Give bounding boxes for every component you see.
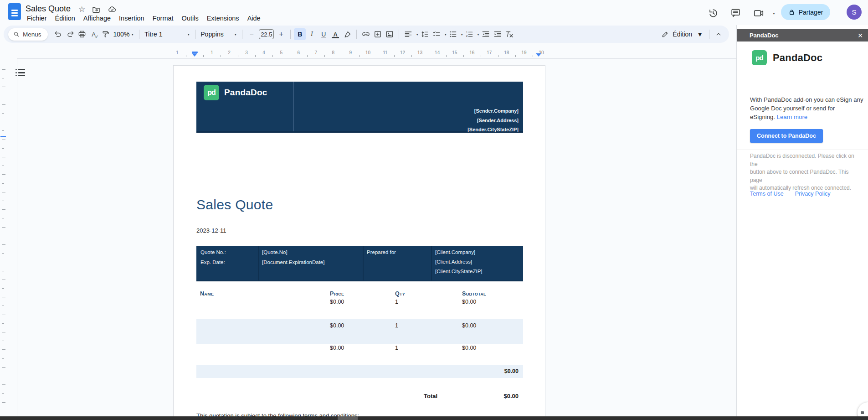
bulleted-list-button[interactable] <box>447 28 459 40</box>
ruler-tick <box>429 55 429 57</box>
horizontal-scrollbar[interactable] <box>0 416 868 420</box>
show-document-outline-button[interactable] <box>15 67 27 78</box>
highlight-color-button[interactable] <box>341 28 353 40</box>
bold-button[interactable]: B <box>294 28 306 40</box>
canvas-top-border <box>17 58 736 59</box>
ruler-tick <box>2 306 4 306</box>
editing-mode-select[interactable]: Édition ▼ <box>658 30 706 38</box>
meet-caret-icon[interactable]: ▼ <box>772 12 776 15</box>
collapse-toolbar-button[interactable] <box>713 28 724 40</box>
comments-icon[interactable] <box>730 7 742 19</box>
account-avatar[interactable]: S <box>847 5 862 20</box>
ruler-tick <box>2 113 4 114</box>
align-button[interactable] <box>402 28 414 40</box>
menu-edition[interactable]: Édition <box>51 14 79 23</box>
add-comment-button[interactable] <box>372 28 384 40</box>
ruler-tick <box>324 55 325 57</box>
ruler-tick <box>255 55 256 57</box>
font-size-input[interactable]: 22.5 <box>259 29 274 39</box>
zoom-select[interactable]: 100% ▼ <box>112 28 136 40</box>
row3-price: $0.00 <box>330 345 344 351</box>
scrollbar-thumb[interactable] <box>338 416 358 420</box>
undo-button[interactable] <box>52 28 64 40</box>
ruler-tick <box>2 69 5 70</box>
move-to-folder-icon[interactable] <box>92 5 101 14</box>
horizontal-ruler[interactable]: 11234567891011121314151617181920 <box>0 49 736 58</box>
menu-outils[interactable]: Outils <box>178 14 203 23</box>
cloud-saved-icon[interactable] <box>107 5 117 14</box>
close-sidebar-icon[interactable]: ✕ <box>858 32 863 39</box>
menu-affichage[interactable]: Affichage <box>79 14 115 23</box>
canvas-left-border <box>17 58 17 416</box>
menu-extensions[interactable]: Extensions <box>203 14 243 23</box>
first-line-indent-marker[interactable] <box>192 52 198 53</box>
text-color-button[interactable]: A <box>329 28 341 40</box>
decrease-font-size-button[interactable]: − <box>246 28 257 40</box>
checklist-caret-icon[interactable]: ▼ <box>444 33 447 36</box>
menu-aide[interactable]: Aide <box>243 14 265 23</box>
align-caret-icon[interactable]: ▼ <box>416 33 419 36</box>
learn-more-link[interactable]: Learn more <box>777 114 807 120</box>
insert-image-button[interactable] <box>384 28 395 40</box>
toolbar-divider <box>139 30 139 39</box>
ruler-tick <box>2 332 5 332</box>
meet-video-icon[interactable] <box>753 7 765 19</box>
menu-insertion[interactable]: Insertion <box>115 14 149 23</box>
paint-format-button[interactable] <box>100 28 112 40</box>
font-family-select[interactable]: Poppins ▼ <box>199 28 239 40</box>
font-value: Poppins <box>200 31 224 38</box>
star-icon[interactable]: ☆ <box>78 5 85 14</box>
exp-date-label: Exp. Date: <box>200 259 225 265</box>
left-indent-marker[interactable] <box>192 53 197 57</box>
ruler-number: 20 <box>539 50 544 55</box>
lock-icon <box>788 9 796 16</box>
terms-of-use-link[interactable]: Terms of Use <box>750 191 784 197</box>
ruler-tick <box>411 55 412 57</box>
redo-button[interactable] <box>64 28 76 40</box>
docs-logo-line <box>11 12 18 14</box>
privacy-policy-link[interactable]: Privacy Policy <box>795 191 831 197</box>
google-docs-logo-icon[interactable] <box>8 3 21 20</box>
clear-formatting-button[interactable] <box>503 28 515 40</box>
subtotal-band: $0.00 <box>196 365 523 378</box>
menus-search-button[interactable]: Menus <box>8 28 48 41</box>
items-header-qty: Qty <box>395 290 405 297</box>
ruler-tick <box>2 87 5 87</box>
checklist-button[interactable] <box>431 28 442 40</box>
ruler-tick <box>2 262 5 262</box>
document-title[interactable]: Sales Quote <box>26 4 71 14</box>
ruler-tick <box>463 55 464 57</box>
menu-format[interactable]: Format <box>149 14 178 23</box>
insert-link-button[interactable] <box>360 28 372 40</box>
spellcheck-button[interactable]: A ✓ <box>88 28 100 40</box>
line-spacing-button[interactable] <box>419 28 431 40</box>
ruler-number: 2 <box>228 50 231 55</box>
numbered-list-button[interactable]: 12 <box>463 28 475 40</box>
description-line: With PandaDoc add-on you can eSign any <box>750 95 864 104</box>
italic-button[interactable]: I <box>306 28 318 40</box>
numbered-list-caret-icon[interactable]: ▼ <box>477 33 480 36</box>
share-button[interactable]: Partager <box>781 4 830 20</box>
ruler-number: 19 <box>521 50 526 55</box>
top-margin-marker[interactable] <box>0 136 6 137</box>
zoom-caret-icon: ▼ <box>131 33 134 36</box>
paragraph-style-select[interactable]: Titre 1 ▼ <box>143 28 192 40</box>
info-table-divider <box>258 246 259 280</box>
document-page[interactable]: pd PandaDoc [Sender.Company] [Sender.Add… <box>173 65 545 420</box>
increase-indent-button[interactable] <box>492 28 503 40</box>
underline-button[interactable]: U <box>318 28 329 40</box>
vertical-ruler[interactable] <box>0 59 6 416</box>
increase-font-size-button[interactable]: + <box>275 28 287 40</box>
ruler-number: 14 <box>435 50 440 55</box>
print-button[interactable] <box>76 28 88 40</box>
menu-fichier[interactable]: Fichier <box>23 14 51 23</box>
text-color-bar <box>332 37 339 38</box>
quote-info-table: Quote No.: Exp. Date: [Quote.No] [Docume… <box>196 246 523 281</box>
connect-to-pandadoc-button[interactable]: Connect to PandaDoc <box>750 129 823 143</box>
version-history-icon[interactable] <box>707 7 719 19</box>
toolbar-divider <box>709 30 709 39</box>
bulleted-list-caret-icon[interactable]: ▼ <box>460 33 463 36</box>
ruler-number: 16 <box>469 50 474 55</box>
ruler-tick <box>272 55 273 57</box>
decrease-indent-button[interactable] <box>480 28 492 40</box>
